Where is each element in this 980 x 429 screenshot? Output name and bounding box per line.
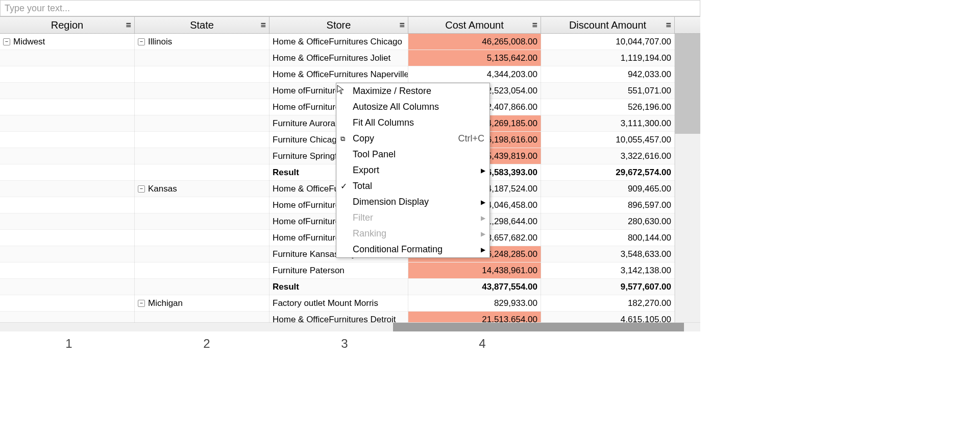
menu-copy[interactable]: ⧉ Copy Ctrl+C <box>336 131 489 147</box>
text-input[interactable] <box>0 0 700 16</box>
header-cost[interactable]: Cost Amount ≡ <box>408 17 541 33</box>
check-icon: ✓ <box>340 181 347 191</box>
cell-state <box>135 66 270 82</box>
discount-value: 1,119,194.00 <box>621 53 671 63</box>
store-label: Result <box>273 168 299 178</box>
header-region[interactable]: Region ≡ <box>0 17 135 33</box>
store-label: Home & OfficeFurnitures Joliet <box>273 53 390 63</box>
cost-value: 4,187,524.00 <box>487 184 537 194</box>
menu-maximize[interactable]: Maximize / Restore <box>336 83 489 99</box>
cell-discount: 3,142,138.00 <box>541 263 675 278</box>
cell-region: −Midwest <box>0 34 135 50</box>
menu-icon[interactable]: ≡ <box>260 20 266 31</box>
discount-value: 3,322,616.00 <box>621 151 671 161</box>
cell-cost: 43,877,554.00 <box>408 279 541 295</box>
cell-region <box>0 164 135 180</box>
cell-region <box>0 213 135 229</box>
cell-region <box>0 263 135 278</box>
store-label: Home ofFurniture <box>273 233 340 243</box>
cell-region <box>0 197 135 213</box>
collapse-icon[interactable]: − <box>3 38 10 45</box>
cell-region <box>0 246 135 262</box>
cell-discount: 3,111,300.00 <box>541 115 675 131</box>
copy-icon: ⧉ <box>340 135 345 143</box>
cell-discount: 909,465.00 <box>541 181 675 197</box>
store-label: Home ofFurniture <box>273 86 340 96</box>
store-label: Furniture Aurora <box>273 118 335 129</box>
discount-value: 909,465.00 <box>628 184 671 194</box>
collapse-icon[interactable]: − <box>138 38 145 45</box>
context-menu: Maximize / Restore Autosize All Columns … <box>336 83 490 258</box>
discount-value: 551,071.00 <box>628 86 671 96</box>
cell-region <box>0 279 135 295</box>
menu-label: Filter <box>353 212 373 223</box>
table-row[interactable]: −MichiganFactory outlet Mount Morris829,… <box>0 295 700 312</box>
cell-region <box>0 50 135 66</box>
cost-value: 14,438,961.00 <box>482 266 537 276</box>
submenu-arrow-icon: ▶ <box>481 230 485 237</box>
cost-value: 2,523,054.00 <box>487 86 537 96</box>
table-row[interactable]: −Midwest−IllinoisHome & OfficeFurnitures… <box>0 34 700 50</box>
menu-label: Fit All Columns <box>353 117 414 128</box>
table-row[interactable]: Home & OfficeFurnitures Joliet5,135,642.… <box>0 50 700 66</box>
menu-filter: Filter▶ <box>336 210 489 226</box>
menu-autosize[interactable]: Autosize All Columns <box>336 99 489 115</box>
menu-label: Total <box>353 181 372 192</box>
header-state[interactable]: State ≡ <box>135 17 270 33</box>
cell-region <box>0 230 135 246</box>
page-4[interactable]: 4 <box>479 337 485 351</box>
menu-label: Export <box>353 165 379 176</box>
cell-discount: 3,322,616.00 <box>541 148 675 164</box>
state-label: Kansas <box>148 184 177 194</box>
header-label: Store <box>327 19 351 31</box>
menu-icon[interactable]: ≡ <box>532 20 537 31</box>
menu-dimension-display[interactable]: Dimension Display▶ <box>336 194 489 210</box>
menu-conditional-formatting[interactable]: Conditional Formating▶ <box>336 242 489 257</box>
collapse-icon[interactable]: − <box>138 300 145 307</box>
page-1[interactable]: 1 <box>65 337 72 351</box>
menu-icon[interactable]: ≡ <box>666 20 671 31</box>
cell-discount: 942,033.00 <box>541 66 675 82</box>
menu-icon[interactable]: ≡ <box>126 20 131 31</box>
cost-value: 4,269,185.00 <box>487 118 537 129</box>
discount-value: 800,144.00 <box>628 233 671 243</box>
page-3[interactable]: 3 <box>341 337 348 351</box>
cell-state <box>135 263 270 278</box>
cell-discount: 182,270.00 <box>541 295 675 311</box>
cell-region <box>0 115 135 131</box>
collapse-icon[interactable]: − <box>138 185 145 193</box>
menu-fit[interactable]: Fit All Columns <box>336 115 489 131</box>
cell-discount: 1,119,194.00 <box>541 50 675 66</box>
cell-region <box>0 66 135 82</box>
table-row[interactable]: Home & OfficeFurnitures Detroit21,513,65… <box>0 312 700 322</box>
menu-label: Copy <box>353 133 374 144</box>
cell-cost: 14,438,961.00 <box>408 263 541 278</box>
cost-value: 16,248,285.00 <box>482 249 537 259</box>
menu-label: Ranking <box>353 228 386 239</box>
cell-state <box>135 279 270 295</box>
cell-store: Home & OfficeFurnitures Naperville <box>270 66 408 82</box>
store-label: Furniture Paterson <box>273 266 345 276</box>
menu-icon[interactable]: ≡ <box>399 20 405 31</box>
table-row[interactable]: Furniture Paterson14,438,961.003,142,138… <box>0 263 700 279</box>
menu-export[interactable]: Export▶ <box>336 162 489 178</box>
horizontal-scrollbar[interactable] <box>0 322 700 331</box>
page-2[interactable]: 2 <box>203 337 210 351</box>
table-row[interactable]: Result43,877,554.009,577,607.00 <box>0 279 700 295</box>
hscroll-thumb[interactable] <box>393 323 684 331</box>
menu-tool-panel[interactable]: Tool Panel <box>336 147 489 162</box>
table-row[interactable]: Home & OfficeFurnitures Naperville4,344,… <box>0 66 700 83</box>
discount-value: 182,270.00 <box>628 298 671 308</box>
header-discount[interactable]: Discount Amount ≡ <box>541 17 675 33</box>
cell-discount: 896,597.00 <box>541 197 675 213</box>
menu-total[interactable]: ✓Total <box>336 178 489 194</box>
menu-label: Conditional Formating <box>353 244 443 255</box>
discount-value: 3,111,300.00 <box>621 118 671 129</box>
state-label: Illinois <box>148 37 172 47</box>
scroll-thumb[interactable] <box>675 34 700 134</box>
store-label: Home & OfficeFurnitures Naperville <box>273 69 408 80</box>
discount-value: 942,033.00 <box>628 69 671 80</box>
cell-state <box>135 312 270 322</box>
vertical-scrollbar[interactable] <box>675 34 700 322</box>
header-store[interactable]: Store ≡ <box>270 17 408 33</box>
